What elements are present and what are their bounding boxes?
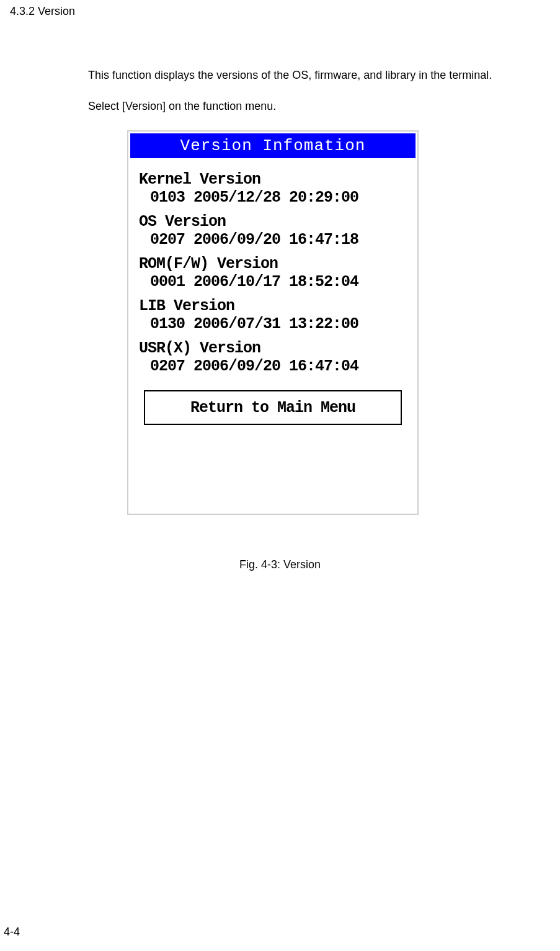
version-value: 0103 2005/12/28 20:29:00 [139, 189, 407, 207]
version-value: 0001 2006/10/17 18:52:04 [139, 273, 407, 291]
page-number: 4-4 [4, 926, 20, 939]
version-item: Kernel Version 0103 2005/12/28 20:29:00 [139, 171, 407, 207]
version-label: USR(X) Version [139, 339, 407, 357]
version-item: ROM(F/W) Version 0001 2006/10/17 18:52:0… [139, 255, 407, 291]
version-item: LIB Version 0130 2006/07/31 13:22:00 [139, 297, 407, 333]
version-label: OS Version [139, 213, 407, 231]
return-main-menu-button[interactable]: Return to Main Menu [144, 390, 402, 425]
version-label: ROM(F/W) Version [139, 255, 407, 273]
figure-caption: Fig. 4-3: Version [0, 558, 560, 571]
version-label: LIB Version [139, 297, 407, 315]
version-value: 0207 2006/09/20 16:47:04 [139, 357, 407, 375]
window-title-bar: Version Infomation [130, 133, 416, 158]
paragraph-instruction: Select [Version] on the function menu. [88, 99, 276, 114]
version-value: 0207 2006/09/20 16:47:18 [139, 231, 407, 249]
version-value: 0130 2006/07/31 13:22:00 [139, 315, 407, 333]
version-item: OS Version 0207 2006/09/20 16:47:18 [139, 213, 407, 249]
paragraph-intro: This function displays the versions of t… [88, 68, 492, 83]
section-heading: 4.3.2 Version [10, 5, 75, 18]
version-screen-figure: Version Infomation Kernel Version 0103 2… [127, 130, 419, 515]
version-label: Kernel Version [139, 171, 407, 189]
version-list: Kernel Version 0103 2005/12/28 20:29:00 … [130, 158, 416, 434]
version-item: USR(X) Version 0207 2006/09/20 16:47:04 [139, 339, 407, 375]
